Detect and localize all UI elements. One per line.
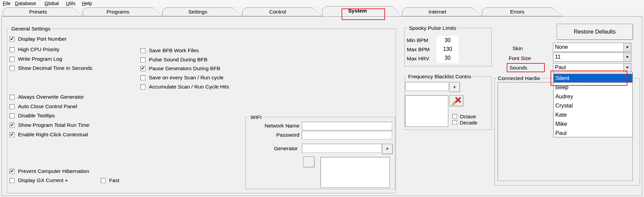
tab-settings[interactable]: Settings bbox=[162, 7, 243, 16]
checkbox-label: Decade bbox=[460, 120, 477, 125]
checkbox-row-always-overwrite-generator[interactable]: Always Overwrite Generator bbox=[10, 94, 84, 100]
checkbox[interactable]: ✔ bbox=[10, 37, 15, 42]
blacklist-list[interactable] bbox=[405, 95, 448, 127]
font-size-combo[interactable]: 11 bbox=[553, 53, 631, 62]
dropdown-option-audrey[interactable]: Audrey bbox=[554, 92, 632, 101]
checkbox[interactable] bbox=[10, 95, 15, 100]
menu-bar: File Database Global Utils Help bbox=[0, 0, 644, 7]
chevron-down-icon bbox=[626, 46, 629, 50]
checkbox[interactable] bbox=[140, 84, 145, 90]
checkbox[interactable] bbox=[10, 57, 15, 62]
checkbox-row-fast[interactable]: Fast bbox=[101, 177, 119, 184]
max-hrv-value[interactable]: 30 bbox=[437, 54, 458, 62]
checkbox[interactable] bbox=[140, 75, 145, 80]
blacklist-add-button[interactable]: + bbox=[449, 82, 460, 92]
checkbox-row-disable-tooltips[interactable]: Disable Tooltips bbox=[10, 112, 55, 119]
password-input[interactable] bbox=[302, 131, 392, 139]
checkbox-row-decade[interactable]: Decade bbox=[452, 119, 477, 126]
checkbox[interactable] bbox=[10, 113, 15, 118]
checkbox-label: Fast bbox=[109, 177, 119, 183]
password-label: Password bbox=[247, 132, 299, 138]
dropdown-option-kate[interactable]: Kate bbox=[554, 110, 632, 119]
group-connected-hardware-title: Connected Hardw bbox=[496, 75, 542, 81]
checkbox-label: Always Overwrite Generator bbox=[18, 94, 84, 100]
tab-control[interactable]: Control bbox=[242, 7, 323, 16]
group-general-settings-title: General Settings bbox=[10, 26, 52, 32]
group-spooky-pulse-limits-title: Spooky Pulse Limits bbox=[407, 25, 458, 31]
checkbox-label: Disable Tooltips bbox=[18, 113, 55, 119]
checkbox-row-show-program-total-run-time[interactable]: ✔Show Program Total Run Time bbox=[10, 122, 89, 129]
menu-help[interactable]: Help bbox=[82, 0, 92, 6]
wifi-blank-button[interactable] bbox=[303, 156, 314, 167]
checkbox[interactable]: ✔ bbox=[140, 66, 145, 71]
checkbox[interactable] bbox=[10, 104, 15, 109]
checkbox-label: Enable Right-Click Contextual bbox=[18, 132, 88, 138]
checkbox[interactable] bbox=[140, 57, 145, 62]
checkbox-label: Auto Close Control Panel bbox=[18, 103, 77, 110]
plus-icon: + bbox=[453, 84, 456, 90]
font-size-combo-value: 11 bbox=[553, 53, 623, 61]
skin-combo[interactable]: None bbox=[553, 43, 631, 52]
checkbox[interactable] bbox=[10, 66, 15, 71]
checkbox-row-prevent-computer-hibernation[interactable]: ✔Prevent Computer Hibernation bbox=[10, 168, 89, 175]
checkbox-row-display-port-number[interactable]: ✔Display Port Number bbox=[10, 36, 67, 42]
checkbox-row-write-program-log[interactable]: Write Program Log bbox=[10, 56, 62, 62]
checkbox[interactable] bbox=[10, 178, 15, 183]
tab-internet[interactable]: Internet bbox=[402, 7, 482, 16]
network-name-label: Network Name bbox=[247, 123, 299, 129]
checkbox[interactable] bbox=[101, 178, 106, 183]
max-bpm-value[interactable]: 130 bbox=[437, 45, 458, 54]
font-size-label: Font Size bbox=[509, 55, 531, 61]
checkbox-row-octave[interactable]: Octave bbox=[452, 113, 476, 120]
restore-defaults-button[interactable]: Restore Defaults bbox=[557, 24, 633, 40]
checkbox-row-display-gx-current[interactable]: Display GX Current + bbox=[10, 177, 68, 184]
network-name-input[interactable] bbox=[302, 122, 392, 130]
tab-programs[interactable]: Programs bbox=[83, 7, 163, 16]
wifi-generator-list[interactable] bbox=[320, 157, 390, 188]
menu-utils[interactable]: Utils bbox=[66, 0, 75, 6]
tab-errors[interactable]: Errors bbox=[482, 7, 562, 16]
checkbox-row-pulse-sound-during-bfb[interactable]: Pulse Sound During BFB bbox=[140, 56, 207, 63]
menu-file[interactable]: File bbox=[3, 0, 11, 6]
checkbox-label: Display Port Number bbox=[18, 36, 67, 42]
spooky2-system-settings-window: { "menu": [ {"k":"F","rest":"ile"}, {"k"… bbox=[0, 0, 644, 197]
tab-presets[interactable]: Presets bbox=[3, 7, 83, 16]
checkbox-label: Octave bbox=[460, 114, 476, 119]
menu-global[interactable]: Global bbox=[45, 0, 59, 6]
checkbox-label: Save on every Scan / Run cycle bbox=[149, 75, 224, 81]
checkbox[interactable] bbox=[140, 48, 145, 53]
checkbox-row-pause-generators-during-bfb[interactable]: ✔Pause Generators During BFB bbox=[140, 65, 220, 72]
dropdown-option-mike[interactable]: Mike bbox=[554, 119, 632, 129]
min-bpm-value[interactable]: 30 bbox=[437, 36, 458, 45]
checkbox-row-enable-right-click-contextual[interactable]: ✔Enable Right-Click Contextual bbox=[10, 131, 88, 138]
checkbox-row-high-cpu-priority[interactable]: High CPU Priority bbox=[10, 46, 59, 53]
max-bpm-label: Max BPM bbox=[407, 46, 430, 53]
generator-label: Generator bbox=[247, 145, 298, 152]
annotation-box-sounds-label bbox=[507, 63, 545, 72]
generator-add-button[interactable]: + bbox=[382, 144, 393, 154]
checkbox[interactable]: ✔ bbox=[10, 169, 15, 174]
checkbox[interactable]: ✔ bbox=[10, 123, 15, 128]
group-wifi-title: WIFI bbox=[249, 114, 263, 120]
annotation-box-system-tab bbox=[342, 8, 385, 20]
dropdown-option-paul[interactable]: Paul bbox=[554, 129, 632, 138]
checkbox-label: Accumulate Scan / Run Cycle Hits bbox=[149, 84, 229, 90]
menu-database[interactable]: Database bbox=[15, 0, 36, 6]
checkbox-row-auto-close-control-panel[interactable]: Auto Close Control Panel bbox=[10, 103, 77, 110]
checkbox[interactable]: ✔ bbox=[10, 132, 15, 137]
skin-combo-arrow-button[interactable] bbox=[623, 43, 631, 52]
checkbox[interactable] bbox=[10, 47, 15, 52]
checkbox[interactable] bbox=[452, 114, 457, 119]
plus-icon: + bbox=[386, 146, 389, 152]
checkbox-row-save-bfb-work-files[interactable]: Save BFB Work Files bbox=[140, 47, 199, 54]
font-size-combo-arrow-button[interactable] bbox=[623, 53, 631, 61]
pulse-limits-values-box: 30 130 30 bbox=[437, 36, 458, 63]
generator-input[interactable] bbox=[302, 144, 382, 153]
checkbox-row-show-decimal-time[interactable]: Show Decimal Time In Seconds bbox=[10, 65, 92, 72]
checkbox-row-accumulate-scan-run-cycle-hits[interactable]: Accumulate Scan / Run Cycle Hits bbox=[140, 83, 229, 90]
checkbox-row-save-on-every-scan-run-cycle[interactable]: Save on every Scan / Run cycle bbox=[140, 74, 224, 81]
blacklist-frequency-input[interactable] bbox=[405, 82, 449, 91]
blacklist-clear-button[interactable] bbox=[449, 95, 463, 106]
dropdown-option-crystal[interactable]: Crystal bbox=[554, 101, 632, 110]
checkbox[interactable] bbox=[452, 120, 457, 125]
